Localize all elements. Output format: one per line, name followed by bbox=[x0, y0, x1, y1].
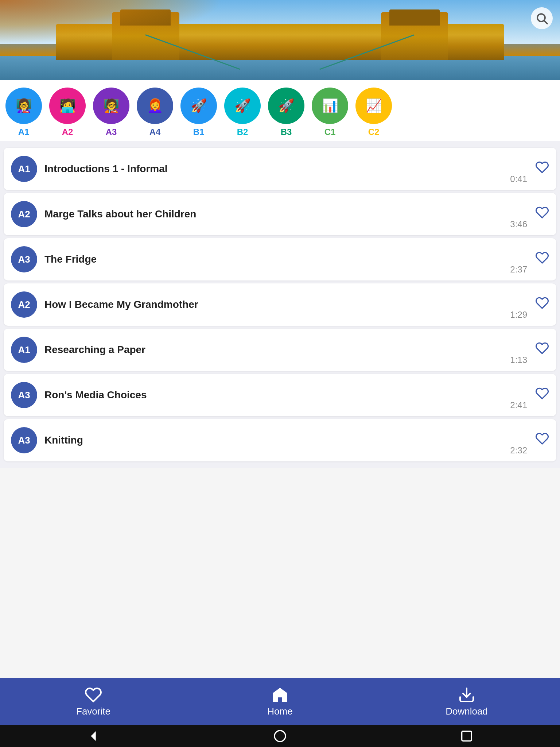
track-info: Introductions 1 - Informal bbox=[44, 163, 549, 175]
level-item-b1[interactable]: 🚀B1 bbox=[179, 88, 219, 137]
nav-favorite[interactable]: Favorite bbox=[57, 686, 130, 717]
track-level-badge: A1 bbox=[11, 337, 37, 363]
tower-top-right bbox=[389, 9, 440, 26]
list-item[interactable]: A1Introductions 1 - Informal0:41 bbox=[4, 148, 556, 190]
track-info: Ron's Media Choices bbox=[44, 389, 549, 401]
track-title: Ron's Media Choices bbox=[44, 389, 549, 401]
track-favorite-button[interactable] bbox=[535, 387, 549, 404]
track-title: The Fridge bbox=[44, 253, 549, 265]
home-icon bbox=[271, 686, 289, 704]
list-item[interactable]: A3Knitting2:32 bbox=[4, 419, 556, 461]
track-list: A1Introductions 1 - Informal0:41 A2Marge… bbox=[0, 141, 560, 468]
system-nav bbox=[0, 725, 560, 747]
track-info: The Fridge bbox=[44, 253, 549, 265]
heart-icon bbox=[535, 251, 549, 265]
nav-home[interactable]: Home bbox=[244, 686, 316, 717]
level-label-b3: B3 bbox=[281, 127, 292, 137]
level-label-a1: A1 bbox=[18, 127, 30, 137]
level-label-c1: C1 bbox=[324, 127, 336, 137]
track-favorite-button[interactable] bbox=[535, 296, 549, 313]
track-level-badge: A2 bbox=[11, 201, 37, 227]
level-item-a2[interactable]: 🧑‍💻A2 bbox=[47, 88, 88, 137]
track-favorite-button[interactable] bbox=[535, 341, 549, 359]
level-item-a1[interactable]: 👩‍🏫A1 bbox=[4, 88, 44, 137]
track-favorite-button[interactable] bbox=[535, 432, 549, 449]
level-item-a4[interactable]: 👩‍🦰A4 bbox=[135, 88, 175, 137]
track-info: Knitting bbox=[44, 434, 549, 446]
level-label-a3: A3 bbox=[106, 127, 117, 137]
level-label-a4: A4 bbox=[149, 127, 161, 137]
svg-rect-5 bbox=[462, 731, 472, 741]
track-duration: 2:41 bbox=[510, 400, 527, 410]
level-circle-a2: 🧑‍💻 bbox=[49, 88, 86, 124]
track-duration: 3:46 bbox=[510, 219, 527, 229]
heart-icon bbox=[535, 160, 549, 174]
track-title: Introductions 1 - Informal bbox=[44, 163, 549, 175]
level-circle-a3: 🧑‍🏫 bbox=[93, 88, 129, 124]
list-item[interactable]: A2How I Became My Grandmother1:29 bbox=[4, 283, 556, 326]
track-level-badge: A3 bbox=[11, 246, 37, 272]
heart-icon bbox=[535, 387, 549, 400]
level-label-b2: B2 bbox=[237, 127, 248, 137]
level-item-b3[interactable]: 🚀B3 bbox=[266, 88, 306, 137]
list-item[interactable]: A3Ron's Media Choices2:41 bbox=[4, 374, 556, 416]
heart-icon bbox=[535, 341, 549, 355]
hero-banner bbox=[0, 0, 560, 80]
list-item[interactable]: A3The Fridge2:37 bbox=[4, 238, 556, 280]
track-duration: 0:41 bbox=[510, 174, 527, 184]
track-level-badge: A3 bbox=[11, 382, 37, 408]
track-title: Knitting bbox=[44, 434, 549, 446]
track-duration: 2:37 bbox=[510, 264, 527, 275]
search-button[interactable] bbox=[531, 7, 553, 29]
svg-line-1 bbox=[544, 21, 547, 24]
level-item-a3[interactable]: 🧑‍🏫A3 bbox=[91, 88, 131, 137]
list-item[interactable]: A2Marge Talks about her Children3:46 bbox=[4, 193, 556, 235]
level-item-c2[interactable]: 📈C2 bbox=[354, 88, 394, 137]
level-label-c2: C2 bbox=[368, 127, 380, 137]
home-button[interactable] bbox=[273, 729, 287, 743]
level-circle-a4: 👩‍🦰 bbox=[137, 88, 173, 124]
nav-home-label: Home bbox=[267, 706, 292, 717]
download-icon bbox=[458, 686, 475, 704]
track-duration: 2:32 bbox=[510, 445, 527, 456]
level-circle-a1: 👩‍🏫 bbox=[5, 88, 42, 124]
back-button[interactable] bbox=[86, 729, 101, 743]
track-favorite-button[interactable] bbox=[535, 251, 549, 268]
level-circle-b2: 🚀 bbox=[224, 88, 261, 124]
track-level-badge: A1 bbox=[11, 156, 37, 182]
level-circle-b3: 🚀 bbox=[268, 88, 304, 124]
circle-icon bbox=[273, 729, 287, 743]
leaf-overlay bbox=[0, 0, 224, 44]
level-row: 👩‍🏫A1🧑‍💻A2🧑‍🏫A3👩‍🦰A4🚀B1🚀B2🚀B3📊C1📈C2 bbox=[0, 80, 560, 141]
level-item-b2[interactable]: 🚀B2 bbox=[222, 88, 262, 137]
level-circle-c1: 📊 bbox=[312, 88, 348, 124]
level-circle-b1: 🚀 bbox=[180, 88, 217, 124]
nav-favorite-label: Favorite bbox=[76, 706, 110, 717]
nav-download[interactable]: Download bbox=[430, 686, 503, 717]
svg-point-4 bbox=[275, 731, 285, 742]
track-title: Researching a Paper bbox=[44, 344, 549, 356]
track-duration: 1:13 bbox=[510, 355, 527, 365]
level-label-b1: B1 bbox=[193, 127, 205, 137]
recents-button[interactable] bbox=[459, 729, 474, 743]
track-level-badge: A3 bbox=[11, 427, 37, 453]
track-info: Marge Talks about her Children bbox=[44, 208, 549, 220]
track-info: Researching a Paper bbox=[44, 344, 549, 356]
back-icon bbox=[86, 729, 101, 743]
track-title: Marge Talks about her Children bbox=[44, 208, 549, 220]
track-favorite-button[interactable] bbox=[535, 206, 549, 223]
level-item-c1[interactable]: 📊C1 bbox=[310, 88, 350, 137]
list-item[interactable]: A1Researching a Paper1:13 bbox=[4, 329, 556, 371]
svg-marker-3 bbox=[91, 731, 96, 741]
heart-icon bbox=[535, 296, 549, 310]
track-title: How I Became My Grandmother bbox=[44, 299, 549, 310]
heart-icon bbox=[535, 432, 549, 446]
level-label-a2: A2 bbox=[62, 127, 73, 137]
search-icon bbox=[535, 12, 548, 25]
track-favorite-button[interactable] bbox=[535, 160, 549, 178]
square-icon bbox=[459, 729, 474, 743]
track-duration: 1:29 bbox=[510, 310, 527, 320]
level-circle-c2: 📈 bbox=[355, 88, 392, 124]
track-info: How I Became My Grandmother bbox=[44, 299, 549, 310]
nav-download-label: Download bbox=[446, 706, 488, 717]
